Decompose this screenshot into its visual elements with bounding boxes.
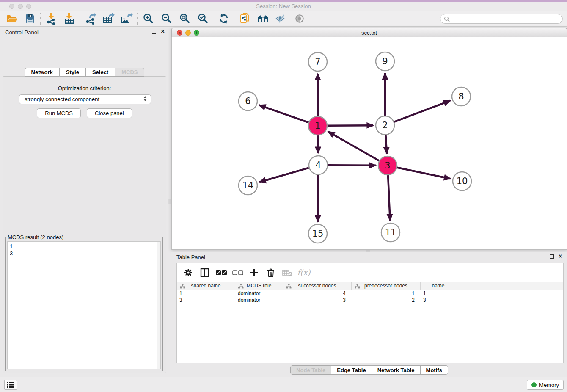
table-cell-shared-name[interactable]: 1: [177, 290, 235, 297]
window-close-button[interactable]: [9, 4, 14, 9]
graph-node-8[interactable]: 8: [452, 87, 471, 106]
graph-node-6[interactable]: 6: [239, 92, 257, 110]
graph-node-14[interactable]: 14: [239, 176, 257, 195]
graph-node-9[interactable]: 9: [376, 52, 394, 71]
graph-edge-3-10[interactable]: [397, 168, 451, 179]
table-cell-successor-nodes[interactable]: 4: [283, 290, 352, 297]
graph-edge-4-15[interactable]: [318, 175, 318, 222]
table-options-gear-icon[interactable]: [182, 266, 195, 279]
table-row[interactable]: 1dominator411: [177, 290, 563, 297]
export-image-icon[interactable]: [118, 12, 136, 25]
show-graphics-details-icon[interactable]: [290, 12, 308, 25]
export-table-icon[interactable]: [99, 12, 118, 25]
graph-edge-1-6[interactable]: [259, 105, 308, 122]
network-window-minimize-icon[interactable]: –: [185, 30, 191, 36]
table-cell-mcds-role[interactable]: dominator: [235, 297, 283, 304]
table-cell-predecessor-nodes[interactable]: 1: [352, 290, 421, 297]
graph-node-label: 15: [312, 229, 324, 239]
control-panel-tab-style[interactable]: Style: [60, 68, 86, 77]
table-tab-node-table[interactable]: Node Table: [290, 365, 331, 375]
task-history-list-icon[interactable]: [4, 380, 17, 390]
save-session-icon[interactable]: [21, 12, 39, 25]
network-window-zoom-icon[interactable]: +: [194, 30, 199, 36]
column-header-name[interactable]: name: [421, 282, 456, 290]
table-cell-shared-name[interactable]: 3: [177, 297, 235, 304]
delete-column-icon[interactable]: [264, 266, 277, 279]
vertical-splitter-handle[interactable]: [168, 199, 171, 204]
refresh-icon[interactable]: [215, 12, 233, 25]
network-window-title: scc.txt: [172, 28, 567, 37]
table-row[interactable]: 3dominator323: [177, 297, 563, 304]
table-cell-name[interactable]: 3: [421, 297, 456, 304]
run-mcds-button[interactable]: Run MCDS: [37, 108, 81, 118]
zoom-fit-icon[interactable]: [175, 12, 193, 25]
column-header-label: MCDS role: [247, 283, 272, 289]
graph-node-15[interactable]: 15: [308, 224, 327, 243]
control-panel-float-icon[interactable]: [152, 30, 156, 34]
function-builder-icon[interactable]: f(x): [297, 266, 310, 279]
network-canvas[interactable]: 7968124314101511: [171, 37, 567, 250]
network-graph[interactable]: 7968124314101511: [172, 37, 567, 249]
graph-edge-1-2[interactable]: [328, 125, 373, 126]
column-header-mcds-role[interactable]: MCDS role: [235, 282, 283, 290]
home-layout-icon[interactable]: [254, 12, 272, 25]
graph-edge-3-1[interactable]: [328, 132, 379, 161]
mcds-panel-body: Optimization criterion: strongly connect…: [3, 76, 166, 373]
table-panel-float-icon[interactable]: [550, 254, 554, 259]
hide-graphics-details-icon[interactable]: [272, 12, 290, 25]
graph-edge-4-3[interactable]: [328, 165, 376, 166]
graph-edge-2-3[interactable]: [385, 135, 387, 154]
control-panel-tab-network[interactable]: Network: [25, 68, 60, 77]
graph-edge-3-11[interactable]: [388, 175, 390, 221]
control-panel-tab-select[interactable]: Select: [86, 68, 115, 77]
import-network-icon[interactable]: [42, 12, 60, 25]
graph-edge-4-14[interactable]: [259, 168, 309, 182]
export-network-icon[interactable]: [81, 12, 99, 25]
graph-node-label: 2: [382, 120, 388, 130]
zoom-selected-icon[interactable]: [193, 12, 212, 25]
select-all-rows-icon[interactable]: [215, 266, 228, 279]
delete-table-icon[interactable]: [281, 266, 294, 279]
graph-node-1[interactable]: 1: [308, 116, 327, 135]
graph-node-3[interactable]: 3: [378, 156, 397, 175]
control-panel-close-icon[interactable]: ×: [161, 28, 165, 35]
import-table-icon[interactable]: [60, 12, 78, 25]
mcds-result-scrollbar[interactable]: [157, 242, 160, 369]
copy-network-icon[interactable]: [236, 12, 254, 25]
memory-button[interactable]: Memory: [527, 380, 564, 390]
table-cell-mcds-role[interactable]: dominator: [235, 290, 283, 297]
zoom-in-icon[interactable]: [139, 12, 157, 25]
column-header-shared-name[interactable]: shared name: [177, 282, 235, 290]
mcds-result-textarea[interactable]: 13: [7, 241, 161, 369]
zoom-out-icon[interactable]: [157, 12, 175, 25]
application-window: Session: New Session: [0, 0, 567, 392]
graph-edge-2-8[interactable]: [394, 101, 450, 122]
graph-node-11[interactable]: 11: [381, 223, 400, 242]
column-header-predecessor-nodes[interactable]: predecessor nodes: [352, 282, 421, 290]
table-tab-network-table[interactable]: Network Table: [372, 365, 421, 375]
split-view-icon[interactable]: [198, 266, 211, 279]
graph-node-4[interactable]: 4: [309, 156, 328, 174]
table-tab-motifs[interactable]: Motifs: [421, 365, 448, 375]
deselect-all-rows-icon[interactable]: [231, 266, 244, 279]
close-panel-button[interactable]: Close panel: [87, 108, 132, 118]
graph-node-2[interactable]: 2: [376, 116, 394, 135]
window-zoom-button[interactable]: [26, 4, 31, 9]
table-panel-close-icon[interactable]: ×: [559, 253, 562, 259]
network-window-titlebar[interactable]: x – + scc.txt: [171, 28, 567, 37]
graph-node-10[interactable]: 10: [453, 172, 471, 190]
table-tab-edge-table[interactable]: Edge Table: [331, 365, 372, 375]
optimization-criterion-select[interactable]: strongly connected component: [19, 94, 151, 104]
table-cell-predecessor-nodes[interactable]: 2: [352, 297, 421, 304]
mcds-result-line: 3: [10, 250, 158, 257]
window-minimize-button[interactable]: [18, 4, 23, 9]
search-input[interactable]: [440, 14, 563, 24]
open-session-icon[interactable]: [3, 12, 21, 25]
network-window-close-icon[interactable]: x: [177, 30, 182, 36]
add-column-icon[interactable]: [248, 266, 261, 279]
column-header-successor-nodes[interactable]: successor nodes: [283, 282, 352, 290]
table-cell-name[interactable]: 1: [421, 290, 456, 297]
control-panel-tab-mcds[interactable]: MCDS: [115, 68, 144, 77]
table-cell-successor-nodes[interactable]: 3: [283, 297, 352, 304]
graph-node-7[interactable]: 7: [308, 52, 327, 71]
